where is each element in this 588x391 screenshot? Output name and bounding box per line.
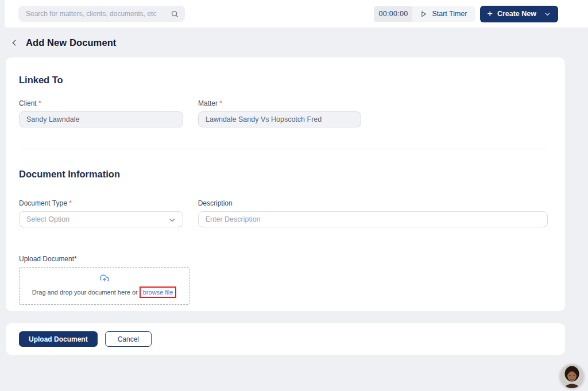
- upload-document-block: Upload Document* Drag and drop your docu…: [19, 255, 548, 305]
- avatar-image: [560, 364, 584, 388]
- search-icon[interactable]: [171, 10, 179, 18]
- user-avatar[interactable]: [560, 364, 584, 388]
- cloud-upload-icon: [100, 274, 109, 283]
- required-asterisk: *: [219, 99, 222, 107]
- document-type-value: Select Option: [26, 215, 69, 223]
- create-new-button[interactable]: + Create New: [480, 6, 558, 22]
- required-asterisk: *: [69, 199, 72, 207]
- document-information-heading: Document Information: [19, 169, 548, 180]
- chevron-down-icon[interactable]: [544, 11, 551, 17]
- required-asterisk: *: [38, 99, 41, 107]
- footer-action-bar: Upload Document Cancel: [6, 323, 565, 355]
- browse-file-link[interactable]: browse file: [143, 289, 173, 296]
- document-info-fields: Document Type * Select Option Descriptio…: [19, 199, 548, 227]
- client-input[interactable]: [19, 111, 183, 127]
- upload-document-button[interactable]: Upload Document: [19, 331, 98, 347]
- document-type-field: Document Type * Select Option: [19, 199, 183, 227]
- plus-icon: +: [488, 9, 493, 18]
- timer-display: 00:00:00: [374, 6, 412, 22]
- linked-to-fields: Client * Matter *: [19, 99, 548, 127]
- create-new-label: Create New: [497, 10, 536, 18]
- document-type-label: Document Type *: [19, 199, 183, 207]
- description-field: Description: [198, 199, 548, 227]
- linked-to-heading: Linked To: [19, 75, 548, 86]
- page-title: Add New Document: [26, 37, 116, 48]
- topbar: 00:00:00 Start Timer + Create New: [5, 0, 588, 28]
- page-header: Add New Document: [0, 28, 588, 57]
- start-timer-label: Start Timer: [432, 10, 467, 18]
- matter-label: Matter *: [198, 99, 361, 107]
- section-divider: [19, 149, 548, 149]
- matter-field: Matter *: [198, 99, 361, 127]
- client-label: Client *: [19, 99, 183, 107]
- topbar-right: 00:00:00 Start Timer + Create New: [374, 6, 558, 22]
- description-input[interactable]: [198, 211, 548, 227]
- browse-file-highlight: browse file: [140, 287, 177, 298]
- search-input[interactable]: [26, 10, 171, 18]
- client-field: Client *: [19, 99, 183, 127]
- back-button[interactable]: [8, 36, 21, 49]
- document-type-select[interactable]: Select Option: [19, 211, 183, 227]
- start-timer-button[interactable]: Start Timer: [412, 6, 474, 22]
- upload-document-label: Upload Document*: [19, 255, 548, 263]
- cancel-button[interactable]: Cancel: [105, 331, 152, 347]
- timer-widget: 00:00:00 Start Timer: [374, 6, 474, 22]
- description-label: Description: [198, 199, 548, 207]
- chevron-left-icon: [10, 38, 19, 47]
- chevron-down-icon: [168, 216, 176, 226]
- matter-input[interactable]: [198, 111, 361, 127]
- global-search[interactable]: [18, 6, 185, 22]
- play-icon: [420, 10, 427, 18]
- upload-dropzone[interactable]: Drag and drop your document here or brow…: [19, 267, 189, 305]
- dropzone-text: Drag and drop your document here or brow…: [32, 287, 177, 298]
- document-form-card: Linked To Client * Matter * Document Inf…: [6, 57, 565, 311]
